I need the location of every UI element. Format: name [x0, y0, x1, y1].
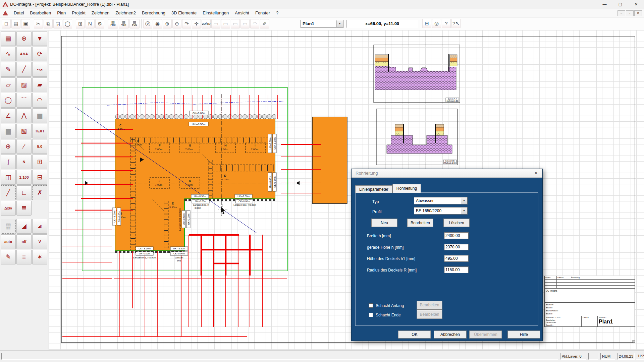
zoom-plan-icon[interactable]: ◉	[153, 19, 162, 28]
deckel-radius-input[interactable]	[444, 266, 469, 273]
document-n-icon[interactable]: N	[86, 19, 95, 28]
menu-item-plan[interactable]: Plan	[54, 9, 69, 17]
palette-slope-icon[interactable]: ◢	[16, 219, 32, 234]
palette-arc-3point-icon[interactable]: ◠	[32, 93, 47, 108]
palette-arrows-stack-icon[interactable]: ▼	[32, 31, 47, 46]
tab-rohrleitung[interactable]: Rohrleitung	[392, 184, 421, 193]
menu-item-zeichnen[interactable]: Zeichnen	[89, 9, 112, 17]
palette-arc-icon[interactable]: ⌒	[16, 93, 32, 108]
palette-image-rotate-icon[interactable]: ⟳	[32, 47, 47, 61]
palette-delete-rotate-icon[interactable]: ✗	[32, 185, 47, 200]
chevron-down-icon[interactable]: ▼	[461, 198, 467, 204]
dialog-close-icon[interactable]: ✕	[532, 170, 540, 176]
ok-button[interactable]: OK	[398, 330, 431, 339]
palette-protractor-icon[interactable]: ∟	[16, 185, 32, 200]
palette-anchor-letters-icon[interactable]: AΔA	[16, 47, 32, 61]
palette-scale-list-icon[interactable]: 1:100	[16, 170, 32, 185]
view-undo-icon[interactable]: ↷	[182, 19, 191, 28]
neu-button[interactable]: Neu	[371, 219, 397, 227]
print-preview-icon[interactable]: ◎	[432, 19, 441, 28]
table-fus-icon[interactable]: ▦FUS	[129, 19, 140, 28]
mdi-restore-icon[interactable]: ▫	[626, 10, 634, 16]
palette-barriers-icon[interactable]: ≡	[16, 250, 32, 264]
table-ver-icon[interactable]: ▦VER	[119, 19, 129, 28]
palette-hatch-layers-icon[interactable]: ▤	[1, 31, 16, 46]
palette-terrain-edit-icon[interactable]: ✎	[1, 62, 16, 77]
palette-anchor-target-icon[interactable]: ⊕	[16, 31, 32, 46]
palette-pile-row-icon[interactable]: ∿	[1, 47, 16, 61]
palette-angle-icon[interactable]: ∠	[1, 108, 16, 123]
palette-volume-icon[interactable]: V	[32, 234, 47, 249]
cut-icon[interactable]: ✂	[34, 19, 43, 28]
close-button[interactable]: ✕	[628, 0, 644, 9]
view-2d3d-icon[interactable]: 2D/3D	[202, 19, 211, 28]
palette-target-point-icon[interactable]: ⊕	[1, 139, 16, 154]
context-help-icon[interactable]: ?↖	[451, 19, 461, 28]
sketch-pen-icon[interactable]: ✐	[260, 19, 269, 28]
copy-icon[interactable]: ⧉	[44, 19, 53, 28]
chevron-down-icon[interactable]: ▼	[336, 20, 343, 27]
bearbeiten-button[interactable]: Bearbeiten	[407, 219, 433, 227]
plan-select[interactable]: Plan1 ▼	[301, 20, 343, 28]
abbrechen-button[interactable]: Abbrechen	[434, 330, 467, 339]
menu-item-datei[interactable]: Datei	[11, 9, 27, 17]
palette-slope-off-icon[interactable]: off	[16, 234, 32, 249]
chevron-down-icon[interactable]: ▼	[461, 208, 467, 214]
palette-circle-icon[interactable]: ◯	[1, 93, 16, 108]
menu-item-ansicht[interactable]: Ansicht	[232, 9, 252, 17]
palette-hatch-fill-icon[interactable]: ▨	[16, 77, 32, 92]
menu-item-hilfe[interactable]: ?	[273, 9, 281, 17]
hilfe-button[interactable]: Hilfe	[507, 330, 540, 339]
mdi-minimize-icon[interactable]: –	[618, 10, 625, 16]
snap-point-icon[interactable]: ✛	[192, 19, 201, 28]
tab-linienparameter[interactable]: Linienparameter	[355, 185, 392, 193]
palette-north-arrow-icon[interactable]: N	[16, 155, 32, 169]
menu-item-berechnung[interactable]: Berechnung	[139, 9, 168, 17]
new-document-icon[interactable]: □	[2, 19, 11, 28]
profil-select[interactable]: BE 1650/2200 ▼	[414, 207, 468, 215]
breite-input[interactable]	[444, 232, 469, 239]
schacht-ende-checkbox[interactable]	[369, 313, 373, 317]
palette-rect-rotated-icon[interactable]: ▰	[32, 77, 47, 92]
palette-slope-auto-icon[interactable]: auto	[1, 234, 16, 249]
table-pro-icon[interactable]: ▦PRO	[108, 19, 118, 28]
palette-hatch-polygon-icon[interactable]: ▧	[16, 124, 32, 138]
palette-polyline-icon[interactable]: ↝	[32, 62, 47, 77]
dialog-title-bar[interactable]: Rohrleitung ✕	[352, 169, 542, 178]
menu-item-zeichnen2[interactable]: Zeichnen2	[112, 9, 139, 17]
zoom-extents-icon[interactable]: ⊕	[163, 19, 172, 28]
menu-item-3d-elemente[interactable]: 3D Elemente	[168, 9, 200, 17]
ellipse-tool-icon[interactable]: ◯	[63, 19, 72, 28]
zoom-out-icon[interactable]: ⊖	[172, 19, 181, 28]
menu-item-fenster[interactable]: Fenster	[252, 9, 273, 17]
palette-line-cut-icon[interactable]: ∕	[16, 139, 32, 154]
palette-dimension-icon[interactable]: 5.0	[32, 139, 47, 154]
palette-polygon-icon[interactable]: ▱	[1, 77, 16, 92]
palette-viewport-layout-icon[interactable]: ◫	[1, 170, 16, 185]
palette-table-icon[interactable]: ⊞	[32, 155, 47, 169]
palette-spline-icon[interactable]: ⋀	[16, 108, 32, 123]
loeschen-button[interactable]: Löschen	[443, 219, 470, 227]
palette-print-monitor-icon[interactable]: ⊟	[32, 170, 47, 185]
palette-layer-stack-icon[interactable]: ≣	[16, 201, 32, 216]
menu-item-projekt[interactable]: Projekt	[69, 9, 88, 17]
menu-item-einstellungen[interactable]: Einstellungen	[200, 9, 232, 17]
palette-spring-icon[interactable]: ʃ	[1, 155, 16, 169]
open-project-icon[interactable]: ▤	[11, 19, 20, 28]
paste-icon[interactable]: ◲	[53, 19, 62, 28]
print-icon[interactable]: ⊟	[422, 19, 431, 28]
save-icon[interactable]: ▣	[21, 19, 30, 28]
schacht-anfang-checkbox[interactable]	[369, 303, 373, 308]
hoehe-input[interactable]	[444, 244, 469, 250]
palette-trim-line-icon[interactable]: ╱	[1, 185, 16, 200]
palette-delta-xy-icon[interactable]: Δx/y	[1, 201, 16, 216]
zoom-window-icon[interactable]: Ⓥ	[143, 19, 152, 28]
menu-item-bearbeiten[interactable]: Bearbeiten	[27, 9, 54, 17]
palette-slope-warning-icon[interactable]: ◢!	[32, 219, 47, 234]
palette-pen-curve-icon[interactable]: ✎	[1, 250, 16, 264]
settings-gear-icon[interactable]: ⚙	[95, 19, 104, 28]
mdi-close-icon[interactable]: ✕	[634, 10, 642, 16]
help-icon[interactable]: ?	[442, 19, 451, 28]
palette-burst-icon[interactable]: ✶	[32, 250, 47, 264]
maximize-button[interactable]: ▢	[612, 0, 628, 9]
